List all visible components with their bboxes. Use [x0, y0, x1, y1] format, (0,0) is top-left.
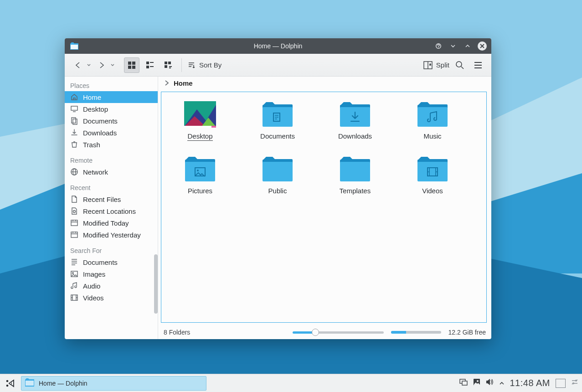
file-item-public[interactable]: Public	[239, 155, 316, 210]
sidebar-item-images[interactable]: Images	[65, 268, 158, 280]
sidebar-item-recent-files[interactable]: Recent Files	[65, 193, 158, 205]
window-title: Home — Dolphin	[65, 42, 491, 50]
folder-icon	[416, 155, 449, 183]
application-launcher[interactable]	[4, 377, 17, 390]
location-icon	[70, 207, 78, 215]
sidebar-item-modified-today[interactable]: Modified Today	[65, 217, 158, 229]
sidebar-item-downloads[interactable]: Downloads	[65, 127, 158, 139]
forward-dropdown[interactable]	[110, 63, 115, 67]
home-icon	[70, 93, 78, 101]
sidebar-item-modified-yesterday[interactable]: Modified Yesterday	[65, 229, 158, 241]
sidebar-header: Places	[65, 79, 158, 91]
documents-icon	[70, 117, 78, 125]
maximize-button[interactable]	[463, 41, 472, 51]
panel-settings-icon[interactable]	[571, 378, 578, 388]
audio-icon	[70, 282, 78, 290]
file-item-videos[interactable]: Videos	[394, 155, 471, 210]
zoom-slider[interactable]	[293, 331, 384, 334]
folder-icon	[261, 100, 294, 129]
clock[interactable]: 11:48 AM	[510, 378, 550, 388]
network-tray-icon[interactable]	[459, 378, 468, 388]
svg-rect-60	[26, 381, 34, 386]
folder-icon	[416, 100, 449, 129]
tray-expand-icon[interactable]	[500, 378, 504, 388]
breadcrumb-segment[interactable]: Home	[174, 79, 193, 87]
network-icon	[70, 168, 78, 176]
menu-button[interactable]	[470, 57, 486, 73]
folder-icon	[261, 155, 294, 183]
sort-by-label: Sort By	[199, 61, 221, 69]
file-item-desktop[interactable]: Desktop	[161, 100, 239, 155]
sidebar-item-trash[interactable]: Trash	[65, 139, 158, 150]
sidebar-item-audio[interactable]: Audio	[65, 280, 158, 292]
status-bar: 8 Folders 12.2 GiB free	[158, 325, 491, 339]
clipboard-tray-icon[interactable]	[473, 378, 480, 388]
file-label: Documents	[260, 132, 295, 140]
svg-rect-13	[146, 66, 149, 68]
svg-rect-11	[146, 62, 149, 64]
status-count: 8 Folders	[164, 329, 190, 336]
sidebar-item-label: Recent Files	[83, 196, 121, 203]
taskbar-app-dolphin[interactable]: Home — Dolphin	[21, 376, 206, 391]
titlebar[interactable]: Home — Dolphin	[65, 38, 491, 54]
sidebar-item-label: Images	[83, 270, 105, 278]
sidebar-item-home[interactable]: Home	[65, 91, 158, 103]
sidebar-item-videos[interactable]: Videos	[65, 292, 158, 304]
video-icon	[70, 294, 78, 302]
svg-rect-37	[184, 126, 216, 128]
sidebar-item-label: Recent Locations	[83, 207, 136, 215]
svg-rect-29	[71, 232, 77, 237]
sidebar-item-documents[interactable]: Documents	[65, 115, 158, 127]
svg-rect-38	[211, 126, 216, 128]
svg-rect-28	[71, 220, 77, 226]
divider	[181, 58, 182, 72]
sidebar-item-documents[interactable]: Documents	[65, 256, 158, 268]
file-item-music[interactable]: Music	[394, 100, 471, 155]
svg-rect-44	[417, 107, 448, 127]
trash-icon	[70, 140, 78, 149]
close-button[interactable]	[478, 41, 487, 51]
svg-point-57	[6, 380, 9, 382]
file-label: Desktop	[187, 132, 212, 141]
sidebar-item-desktop[interactable]: Desktop	[65, 103, 158, 115]
back-dropdown[interactable]	[87, 63, 91, 67]
view-details-button[interactable]	[160, 57, 176, 73]
search-button[interactable]	[452, 57, 468, 73]
breadcrumb[interactable]: Home	[158, 77, 491, 90]
desktop-icon	[70, 105, 78, 113]
sort-by-button[interactable]: Sort By	[187, 61, 221, 69]
file-item-downloads[interactable]: Downloads	[316, 100, 394, 155]
svg-point-21	[456, 62, 462, 67]
sidebar-item-label: Videos	[83, 294, 104, 302]
file-label: Public	[268, 187, 287, 195]
minimize-button[interactable]	[448, 41, 458, 51]
svg-rect-15	[165, 62, 167, 64]
sidebar-item-recent-locations[interactable]: Recent Locations	[65, 205, 158, 217]
split-button[interactable]: Split	[423, 61, 449, 69]
svg-rect-12	[150, 62, 154, 63]
help-icon[interactable]	[434, 41, 443, 51]
file-view[interactable]: Desktop Documents Downloads Music Pictur…	[161, 92, 487, 323]
show-desktop-button[interactable]	[556, 379, 566, 388]
folder-icon	[338, 155, 372, 183]
doclines-icon	[70, 258, 78, 266]
folder-icon	[183, 155, 217, 183]
sidebar-item-label: Network	[83, 168, 108, 176]
calendar-icon	[70, 219, 78, 227]
view-icons-button[interactable]	[124, 57, 139, 73]
taskbar-app-label: Home — Dolphin	[39, 380, 88, 387]
svg-rect-7	[128, 62, 131, 65]
back-button[interactable]	[70, 57, 86, 73]
forward-button[interactable]	[94, 57, 109, 73]
split-label: Split	[436, 61, 449, 69]
download-icon	[70, 129, 78, 137]
volume-tray-icon[interactable]	[486, 378, 494, 388]
sidebar-scrollbar[interactable]	[154, 254, 158, 314]
view-compact-button[interactable]	[142, 57, 158, 73]
file-item-pictures[interactable]: Pictures	[161, 155, 239, 210]
sidebar-item-network[interactable]: Network	[65, 166, 158, 178]
file-item-documents[interactable]: Documents	[239, 100, 316, 155]
sort-icon	[187, 61, 196, 69]
file-item-templates[interactable]: Templates	[316, 155, 394, 210]
svg-point-58	[6, 384, 9, 387]
